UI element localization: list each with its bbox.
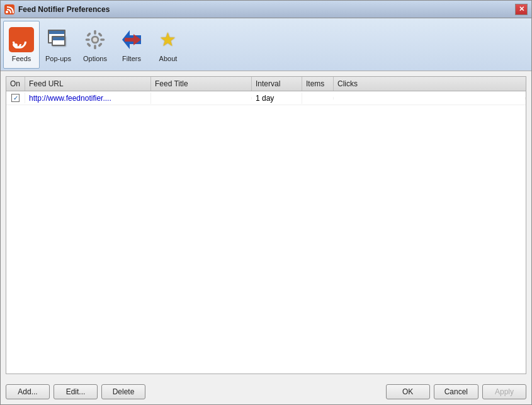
popups-label: Pop-ups bbox=[45, 55, 71, 62]
filters-icon bbox=[119, 27, 144, 52]
toolbar-filters-button[interactable]: Filters bbox=[113, 21, 150, 69]
cell-url: http://www.feednotifier.... bbox=[25, 93, 151, 104]
feed-table: On Feed URL Feed Title Interval Items Cl… bbox=[6, 76, 526, 374]
main-window: Feed Notifier Preferences ✕ Feeds bbox=[0, 0, 532, 405]
svg-rect-5 bbox=[94, 45, 96, 49]
col-header-interval[interactable]: Interval bbox=[252, 77, 302, 91]
cell-clicks bbox=[334, 97, 526, 100]
svg-point-1 bbox=[6, 11, 8, 13]
options-icon bbox=[82, 27, 108, 52]
toolbar-feeds-button[interactable]: Feeds bbox=[3, 21, 40, 69]
cancel-button[interactable]: Cancel bbox=[434, 384, 478, 399]
checkbox-checked[interactable]: ✓ bbox=[11, 94, 20, 102]
title-bar: Feed Notifier Preferences ✕ bbox=[1, 1, 531, 18]
content-area: On Feed URL Feed Title Interval Items Cl… bbox=[1, 71, 531, 379]
cell-title bbox=[151, 97, 252, 100]
col-header-url[interactable]: Feed URL bbox=[25, 77, 151, 91]
table-body: ✓ http://www.feednotifier.... 1 day bbox=[6, 91, 526, 374]
bottom-bar: Add... Edit... Delete OK Cancel Apply bbox=[1, 379, 531, 404]
col-header-title[interactable]: Feed Title bbox=[151, 77, 252, 91]
svg-rect-8 bbox=[86, 32, 91, 37]
right-buttons: OK Cancel Apply bbox=[386, 384, 526, 399]
toolbar-about-button[interactable]: ★ About bbox=[150, 21, 186, 69]
close-button[interactable]: ✕ bbox=[515, 4, 528, 15]
about-label: About bbox=[159, 55, 178, 62]
cell-items bbox=[302, 97, 334, 100]
toolbar-popups-button[interactable]: Pop-ups bbox=[40, 21, 77, 69]
svg-rect-4 bbox=[94, 30, 96, 35]
table-header: On Feed URL Feed Title Interval Items Cl… bbox=[6, 77, 526, 91]
left-buttons: Add... Edit... Delete bbox=[6, 384, 145, 399]
cell-interval: 1 day bbox=[252, 93, 302, 104]
toolbar: Feeds Pop-ups bbox=[1, 18, 531, 71]
cell-on[interactable]: ✓ bbox=[6, 93, 25, 103]
titlebar-icon bbox=[4, 4, 14, 14]
window-title: Feed Notifier Preferences bbox=[18, 5, 515, 14]
svg-rect-11 bbox=[98, 42, 103, 47]
feeds-label: Feeds bbox=[12, 55, 31, 62]
popups-icon bbox=[45, 27, 71, 52]
filters-label: Filters bbox=[122, 55, 141, 62]
options-label: Options bbox=[83, 55, 107, 62]
svg-point-3 bbox=[93, 37, 97, 42]
window-controls: ✕ bbox=[515, 4, 528, 15]
apply-button[interactable]: Apply bbox=[482, 384, 526, 399]
col-header-on[interactable]: On bbox=[6, 77, 25, 91]
svg-rect-6 bbox=[86, 38, 90, 41]
about-icon: ★ bbox=[156, 27, 181, 52]
col-header-clicks[interactable]: Clicks bbox=[334, 77, 526, 91]
ok-button[interactable]: OK bbox=[386, 384, 430, 399]
edit-button[interactable]: Edit... bbox=[54, 384, 98, 399]
toolbar-options-button[interactable]: Options bbox=[77, 21, 113, 69]
table-row[interactable]: ✓ http://www.feednotifier.... 1 day bbox=[6, 91, 526, 105]
col-header-items[interactable]: Items bbox=[302, 77, 334, 91]
feeds-icon bbox=[9, 27, 34, 52]
add-button[interactable]: Add... bbox=[6, 384, 50, 399]
delete-button[interactable]: Delete bbox=[101, 384, 145, 399]
svg-rect-10 bbox=[86, 42, 91, 47]
svg-rect-7 bbox=[100, 38, 105, 41]
svg-rect-9 bbox=[98, 32, 103, 37]
